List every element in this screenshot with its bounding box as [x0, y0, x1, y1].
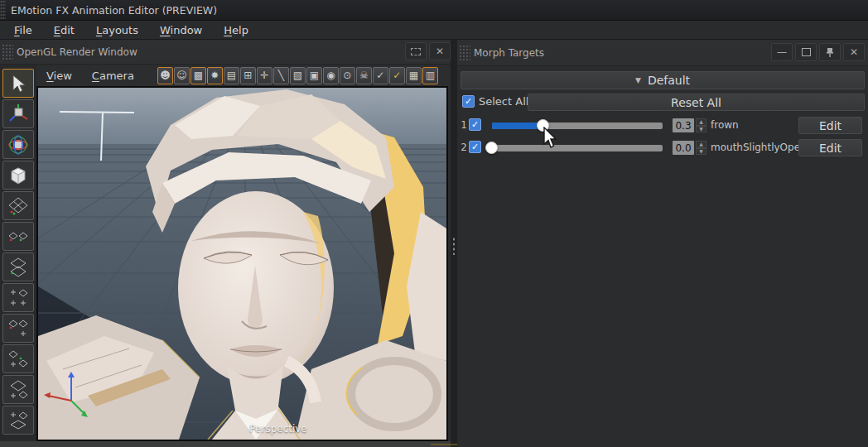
- layout-three-right-icon: [7, 410, 29, 431]
- reset-all-button[interactable]: Reset All: [528, 94, 865, 111]
- panel-drag-grip[interactable]: [2, 44, 13, 60]
- pin-icon: [826, 47, 834, 58]
- spheres-icon[interactable]: ◉: [323, 67, 339, 84]
- actor-checker-icon[interactable]: ▩: [190, 67, 206, 84]
- grid-road-icon[interactable]: ▥: [422, 67, 438, 84]
- close-morph-panel-button[interactable]: ✕: [843, 43, 865, 61]
- bottom-strip: [0, 441, 451, 447]
- float-window-button[interactable]: [405, 42, 427, 60]
- morph-weight-value[interactable]: 0.0: [673, 141, 694, 155]
- application-window: EMotion FX Animation Editor (PREVIEW) Fi…: [0, 0, 868, 447]
- layout-quad-button[interactable]: [2, 283, 34, 312]
- layout-single-button[interactable]: [2, 191, 34, 220]
- translate-icon: [7, 103, 29, 125]
- layout-three-left-icon: [7, 348, 29, 370]
- rotate-tool-button[interactable]: [2, 130, 34, 159]
- layout-three-right-button[interactable]: [2, 406, 34, 435]
- pose-image-icon[interactable]: ▧: [290, 67, 306, 84]
- menu-bar: File Edit Layouts Window Help: [0, 21, 868, 40]
- spin-down-button[interactable]: ▼: [696, 126, 706, 133]
- morph-window-buttons: — ✕: [769, 43, 865, 61]
- layout-quad-icon: [7, 287, 29, 309]
- morph-target-name: frown: [711, 119, 739, 131]
- pin-button[interactable]: [819, 43, 841, 61]
- morph-targets-title: Morph Targets: [474, 47, 544, 59]
- layout-three-bottom-icon: [7, 379, 29, 401]
- spin-down-button[interactable]: ▼: [696, 148, 706, 156]
- menu-edit[interactable]: Edit: [43, 24, 85, 36]
- morph-weight-slider[interactable]: [492, 145, 663, 151]
- spin-up-button[interactable]: ▲: [696, 141, 706, 148]
- checkmark-icon: ✓: [465, 97, 472, 106]
- spin-up-button[interactable]: ▲: [696, 118, 706, 126]
- actor-solid-icon[interactable]: ☻: [157, 67, 173, 84]
- viewport-tool-column: [0, 65, 36, 441]
- morph-weight-slider[interactable]: [492, 123, 663, 129]
- minimize-icon: —: [777, 46, 787, 58]
- diagonal-line-icon[interactable]: ╲: [273, 67, 289, 84]
- preset-dropdown-label: Default: [648, 74, 690, 87]
- actor-wireframe-icon[interactable]: ☺: [174, 67, 190, 84]
- skull-icon[interactable]: ☠: [356, 67, 372, 84]
- window-title: EMotion FX Animation Editor (PREVIEW): [11, 4, 217, 17]
- row-index: 1: [459, 119, 467, 131]
- splitter-grip-icon: [452, 237, 456, 255]
- select-tool-button[interactable]: [2, 69, 34, 98]
- morph-targets-panel: Morph Targets — ✕ ▼ Default ✓ Select All…: [457, 40, 868, 447]
- row-index: 2: [459, 142, 467, 153]
- layout-single-icon: [7, 195, 29, 217]
- bomb-icon[interactable]: ✸: [207, 67, 223, 84]
- disc-icon[interactable]: ⊙: [340, 67, 355, 84]
- float-icon: [411, 48, 421, 55]
- slider-thumb[interactable]: [485, 142, 498, 154]
- layout-two-vertical-button[interactable]: [2, 252, 34, 281]
- layout-two-horizontal-button[interactable]: [2, 222, 34, 251]
- viewport-camera-label: Perspective: [204, 423, 353, 435]
- panel-splitter[interactable]: [451, 40, 457, 447]
- morph-row-mouthslightlyopen: 2 ✓ 0.0 ▲ ▼ mouthSlightlyOpen Edit: [457, 139, 868, 157]
- morph-weight-value[interactable]: 0.3: [673, 118, 694, 132]
- close-icon: ✕: [850, 46, 858, 58]
- layout-two-horizontal-icon: [7, 226, 29, 248]
- checkmark-icon: ✓: [471, 142, 479, 151]
- gizmo-arrows-icon[interactable]: ✛: [257, 67, 272, 84]
- edit-button[interactable]: Edit: [798, 139, 862, 156]
- minimize-button[interactable]: —: [771, 43, 793, 61]
- menu-window[interactable]: Window: [149, 24, 213, 36]
- morph-targets-header: Morph Targets — ✕: [457, 40, 868, 66]
- translate-tool-button[interactable]: [2, 99, 34, 128]
- maximize-icon: [802, 48, 811, 56]
- panel-drag-grip[interactable]: [459, 45, 470, 61]
- check-icon[interactable]: ✓: [373, 67, 388, 84]
- mouse-cursor-icon: [543, 127, 558, 150]
- opengl-viewport[interactable]: [36, 86, 448, 441]
- select-all-label: Select All: [479, 95, 528, 108]
- maximize-button[interactable]: [795, 43, 817, 61]
- layout-three-top-button[interactable]: [2, 314, 34, 343]
- menu-help[interactable]: Help: [213, 24, 259, 36]
- pages-icon[interactable]: ▤: [224, 67, 239, 84]
- render-toolbar-icons: ☻ ☺ ▩ ✸ ▤ ⊞ ✛ ╲ ▧ ▣ ◉ ⊙ ☠ ✓ ✓ ▦ ▥: [157, 67, 439, 84]
- close-render-window-button[interactable]: ✕: [429, 42, 451, 60]
- layout-three-bottom-button[interactable]: [2, 375, 34, 404]
- select-all-checkbox[interactable]: ✓: [462, 95, 475, 108]
- scale-tool-button[interactable]: [2, 161, 34, 190]
- menu-file[interactable]: File: [3, 24, 43, 36]
- scale-icon: [7, 165, 29, 186]
- view-menu[interactable]: View: [36, 70, 82, 82]
- menu-layouts[interactable]: Layouts: [85, 24, 149, 36]
- slider-fill: [492, 123, 543, 129]
- blocks-icon[interactable]: ▦: [406, 67, 422, 84]
- portrait-icon[interactable]: ▣: [306, 67, 322, 84]
- edit-button[interactable]: Edit: [798, 117, 862, 134]
- layout-three-left-button[interactable]: [2, 344, 34, 373]
- morph-preset-dropdown[interactable]: ▼ Default: [461, 71, 865, 89]
- title-bar: EMotion FX Animation Editor (PREVIEW): [0, 0, 868, 21]
- camera-menu[interactable]: Camera: [82, 70, 144, 82]
- render-window-title: OpenGL Render Window: [17, 46, 137, 58]
- check-color-icon[interactable]: ✓: [389, 67, 405, 84]
- morph-enable-checkbox[interactable]: ✓: [469, 118, 481, 131]
- morph-enable-checkbox[interactable]: ✓: [469, 141, 481, 153]
- select-cursor-icon: [8, 74, 28, 94]
- bounding-box-icon[interactable]: ⊞: [240, 67, 256, 84]
